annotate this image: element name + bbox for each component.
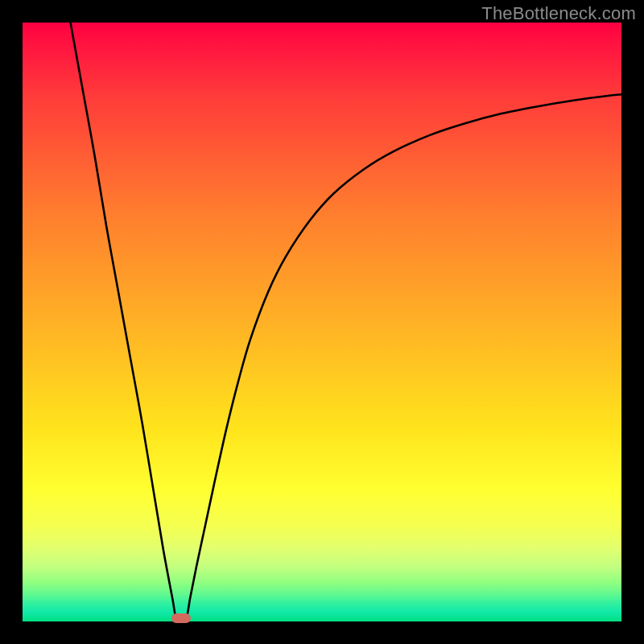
- bottleneck-curve: [23, 23, 621, 621]
- watermark-text: TheBottleneck.com: [481, 3, 636, 24]
- chart-frame: TheBottleneck.com: [0, 0, 644, 644]
- optimum-marker: [171, 613, 191, 623]
- curve-path: [71, 23, 621, 625]
- plot-area: [23, 23, 621, 621]
